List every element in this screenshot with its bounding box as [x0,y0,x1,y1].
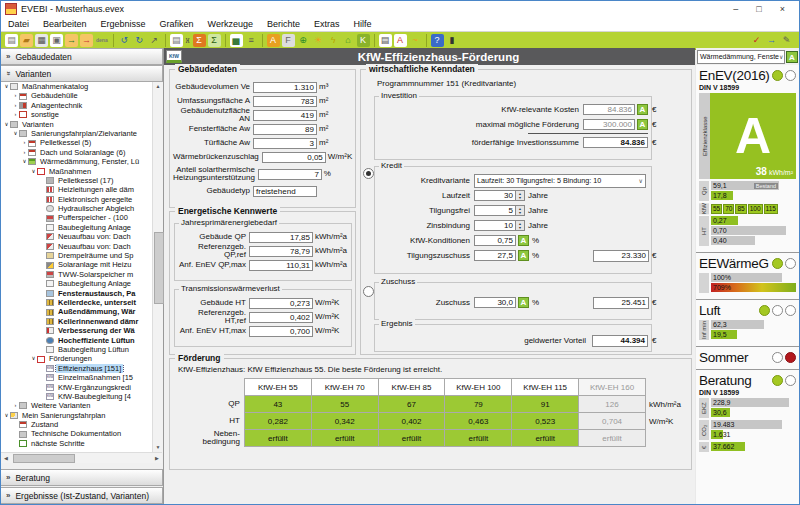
tree-item[interactable]: Heizleitungen alle däm [1,185,152,194]
value-field[interactable]: 0,05 [262,152,326,163]
laufzeit-field[interactable]: 30 [474,190,516,201]
report-icon[interactable]: ▤ [379,34,392,47]
expander-icon[interactable]: ∨ [3,120,10,129]
scroll-down-icon[interactable]: ▼ [153,443,163,452]
sum-green-icon[interactable]: Σ [208,34,221,47]
variant-dropdown[interactable]: Wärmedämmung, Fenste ∨ [697,50,785,64]
auto-badge[interactable]: A [637,104,648,115]
goto-icon[interactable]: → [765,34,778,47]
expander-icon[interactable]: › [12,91,19,100]
tree-item[interactable]: KfW-Baubegleitung [4 [1,392,152,401]
auto-badge[interactable]: A [518,250,529,261]
edit-chart-icon[interactable]: ✎ [780,34,793,47]
tree-vertical-scrollbar[interactable]: ▲ ▼ [152,82,163,452]
tilgungszuschuss-field[interactable]: 27,5 [474,250,516,261]
tree-item[interactable]: nächste Schritte [1,439,152,448]
tree-item[interactable]: ›sonstige [1,110,152,119]
kfw-small-icon[interactable]: K [357,34,370,47]
value-field[interactable]: 783 [253,96,317,107]
expander-icon[interactable]: › [21,148,28,157]
tree-item[interactable]: Hydraulischer Abgleich [1,204,152,213]
dark-doc-icon[interactable]: ▮ [446,34,459,47]
check-icon[interactable]: ✓ [750,34,763,47]
save-icon[interactable]: ▦ [35,34,48,47]
menu-item[interactable]: Hilfe [347,19,379,29]
menu-item[interactable]: Ergebnisse [94,19,153,29]
tree-item[interactable]: Baubegleitung Anlage [1,223,152,232]
menu-item[interactable]: Extras [307,19,347,29]
wand-icon[interactable]: ↗ [148,34,161,47]
zinsbindung-stepper[interactable] [516,220,525,231]
tree-item[interactable]: Kellerdecke, unterseit [1,298,152,307]
lightning-icon[interactable]: ϟ [327,34,340,47]
tree-item[interactable]: Verbesserung der Wä [1,326,152,335]
chart-icon[interactable]: ▅ [230,34,243,47]
value-field[interactable]: freistehend [253,186,317,197]
redo-icon[interactable]: ↻ [133,34,146,47]
tree-item[interactable]: Baubegleitung Anlage [1,279,152,288]
tree-item[interactable]: Kellerinnenwand dämr [1,317,152,326]
scrollbar-thumb[interactable] [13,454,75,463]
badge-f-icon[interactable]: F [282,34,295,47]
tree-item[interactable]: Pufferspeicher - (100 [1,213,152,222]
tree-item[interactable]: Pelletkessel (17) [1,176,152,185]
tree-item[interactable]: ∨Maßnahmen [1,167,152,176]
tree-item[interactable]: KfW-Ergänzungskredi [1,383,152,392]
tree-item[interactable]: Fensteraustausch, Pa [1,289,152,298]
levels-icon[interactable]: ≡ [245,34,258,47]
tree-item[interactable]: Neuaufbau von: Dach [1,232,152,241]
tree-item[interactable]: ∨Sanierungsfahrplan/Zielvariante [1,129,152,138]
tree-item[interactable]: ∨Wärmedämmung, Fenster, Lü [1,157,152,166]
maximize-button[interactable]: □ [756,4,761,14]
expander-icon[interactable]: › [12,101,19,110]
close-button[interactable]: × [780,4,785,14]
globe-icon[interactable]: ⊕ [297,34,310,47]
value-field[interactable]: 3 [253,138,317,149]
panel-header-varianten[interactable]: » Varianten [1,65,163,82]
badge-a-icon[interactable]: A [267,34,280,47]
report-a-icon[interactable]: A [394,34,407,47]
tree-item[interactable]: Außendämmung, Wär [1,307,152,316]
scrollbar-thumb[interactable] [154,232,164,304]
import-icon[interactable]: → [65,34,78,47]
tree-item[interactable]: ∨Varianten [1,120,152,129]
tree-item[interactable]: Elektronisch geregelte [1,195,152,204]
expander-icon[interactable]: ∨ [30,354,37,363]
auto-badge[interactable]: A [518,297,529,308]
tree-item[interactable]: TWW-Solarspeicher m [1,270,152,279]
tree-item[interactable]: ›Gebäudehülle [1,91,152,100]
tree-item[interactable]: Zustand [1,420,152,429]
export-icon[interactable]: → [80,34,93,47]
zuschuss-field[interactable]: 30,0 [474,297,516,308]
minimize-button[interactable]: – [733,4,738,14]
menu-item[interactable]: Datei [1,19,36,29]
kfw-konditionen-field[interactable]: 0,75 [474,235,516,246]
value-field[interactable]: 1.310 [253,82,317,93]
auto-badge[interactable]: A [637,119,648,130]
tree-horizontal-scrollbar[interactable]: ◀ ▶ [1,452,162,463]
menu-item[interactable]: Berichte [260,19,307,29]
tree-item[interactable]: ∨Förderungen [1,354,152,363]
expander-icon[interactable]: ∨ [21,157,28,166]
copy-icon[interactable]: ▣ [50,34,63,47]
panel-header-gebaeudedaten[interactable]: » Gebäudedaten [1,48,163,65]
tree-item[interactable]: Neuaufbau von: Dach [1,242,152,251]
expander-icon[interactable]: ∨ [30,167,37,176]
document-icon[interactable]: ▤ [170,34,183,47]
scroll-right-icon[interactable]: ▶ [152,453,162,463]
tree-item[interactable]: ›Dach und Solaranlage (6) [1,148,152,157]
brackets-icon[interactable]: }{ [185,34,191,47]
expander-icon[interactable]: › [12,110,19,119]
value-field[interactable]: 419 [253,110,317,121]
expander-icon[interactable]: ∨ [12,129,19,138]
kreditvariante-dropdown[interactable]: Laufzeit: 30 Tilgungsfrei: 5 Bindung: 10… [474,174,646,188]
tilgungsfrei-stepper[interactable] [516,205,525,216]
tree-item[interactable]: ∨Maßnahmenkatalog [1,82,152,91]
laufzeit-stepper[interactable] [516,190,525,201]
panel-header-beratung[interactable]: » Beratung [1,469,163,486]
tree-item[interactable]: ›Anlagentechnik [1,101,152,110]
dena-icon[interactable]: dena [95,34,109,47]
curve-icon[interactable]: ~ [409,34,422,47]
undo-icon[interactable]: ↺ [118,34,131,47]
tree-item[interactable]: ›Pelletkessel (5) [1,138,152,147]
